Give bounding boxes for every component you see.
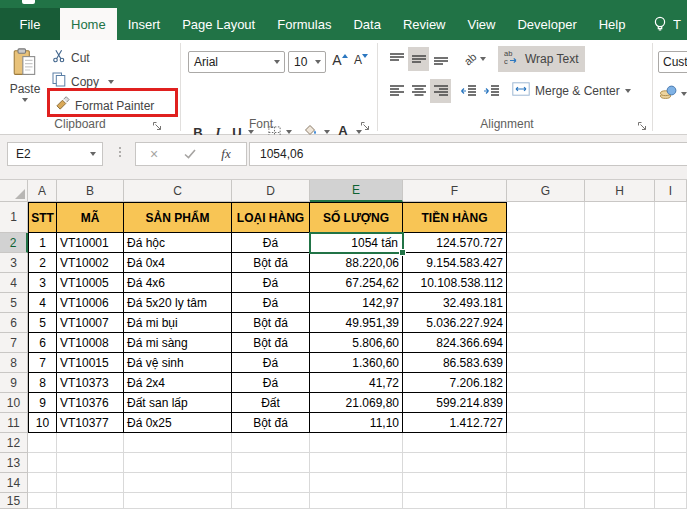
cell-A10[interactable]: 9 xyxy=(28,393,57,413)
cell-B15[interactable] xyxy=(57,493,124,509)
cell-B13[interactable] xyxy=(57,453,124,473)
cell-D13[interactable] xyxy=(232,453,310,473)
formula-input[interactable]: 1054,06 xyxy=(249,142,687,166)
row-header-12[interactable]: 12 xyxy=(0,433,28,453)
cell-D6[interactable]: Bột đá xyxy=(232,313,310,333)
font-dialog-launcher-icon[interactable] xyxy=(360,118,371,129)
cell-H6[interactable] xyxy=(585,313,655,333)
cell-H2[interactable] xyxy=(585,233,655,253)
cell-G4[interactable] xyxy=(507,273,585,293)
cell-A5[interactable]: 4 xyxy=(28,293,57,313)
cell-I3[interactable] xyxy=(655,253,687,273)
tab-page-layout[interactable]: Page Layout xyxy=(171,8,266,40)
cell-B9[interactable]: VT10373 xyxy=(57,373,124,393)
cell-C9[interactable]: Đá 2x4 xyxy=(124,373,232,393)
tab-help[interactable]: Help xyxy=(588,8,637,40)
row-header-6[interactable]: 6 xyxy=(0,313,28,333)
cell-D3[interactable]: Bột đá xyxy=(232,253,310,273)
cell-F3[interactable]: 9.154.583.427 xyxy=(403,253,507,273)
cell-B4[interactable]: VT10005 xyxy=(57,273,124,293)
cell-C5[interactable]: Đá 5x20 ly tâm xyxy=(124,293,232,313)
cell-B2[interactable]: VT10001 xyxy=(57,233,124,253)
cell-A14[interactable] xyxy=(28,473,57,493)
tab-insert[interactable]: Insert xyxy=(117,8,172,40)
cell-E3[interactable]: 88.220,06 xyxy=(310,253,403,273)
cell-I4[interactable] xyxy=(655,273,687,293)
grow-font-button[interactable]: A xyxy=(331,48,349,72)
cell-D2[interactable]: Đá xyxy=(232,233,310,253)
cell-F4[interactable]: 10.108.538.112 xyxy=(403,273,507,293)
cell-H15[interactable] xyxy=(585,493,655,509)
cell-G14[interactable] xyxy=(507,473,585,493)
accounting-format-button[interactable] xyxy=(656,80,680,104)
cell-C4[interactable]: Đá 4x6 xyxy=(124,273,232,293)
font-size-combo[interactable]: 10 xyxy=(288,51,326,73)
cell-C12[interactable] xyxy=(124,433,232,453)
merge-center-button[interactable]: Merge & Center xyxy=(506,78,637,104)
cell-A13[interactable] xyxy=(28,453,57,473)
cell-D5[interactable]: Đá xyxy=(232,293,310,313)
cell-H8[interactable] xyxy=(585,353,655,373)
col-header-I[interactable]: I xyxy=(655,180,687,202)
cell-C8[interactable]: Đá vệ sinh xyxy=(124,353,232,373)
cell-I5[interactable] xyxy=(655,293,687,313)
cell-A6[interactable]: 5 xyxy=(28,313,57,333)
cell-B3[interactable]: VT10002 xyxy=(57,253,124,273)
cell-C13[interactable] xyxy=(124,453,232,473)
cell-H5[interactable] xyxy=(585,293,655,313)
row-header-2[interactable]: 2 xyxy=(0,233,28,253)
cell-E14[interactable] xyxy=(310,473,403,493)
tab-home[interactable]: Home xyxy=(60,8,117,40)
cell-E7[interactable]: 5.806,60 xyxy=(310,333,403,353)
row-header-10[interactable]: 10 xyxy=(0,393,28,413)
cell-G1[interactable] xyxy=(507,202,585,233)
row-header-15[interactable]: 15 xyxy=(0,493,28,509)
font-name-dropdown-arrow[interactable] xyxy=(274,60,280,64)
enter-check-icon[interactable] xyxy=(172,149,208,159)
align-right-button[interactable] xyxy=(430,79,451,103)
middle-align-button[interactable] xyxy=(408,47,429,71)
accounting-dropdown-arrow[interactable] xyxy=(680,82,687,106)
font-size-dropdown-arrow[interactable] xyxy=(315,60,321,64)
cell-A9[interactable]: 8 xyxy=(28,373,57,393)
cell-I6[interactable] xyxy=(655,313,687,333)
col-header-D[interactable]: D xyxy=(232,180,310,202)
cell-H4[interactable] xyxy=(585,273,655,293)
cell-B7[interactable]: VT10008 xyxy=(57,333,124,353)
format-painter-button[interactable]: Format Painter xyxy=(55,96,154,115)
col-header-A[interactable]: A xyxy=(28,180,57,202)
row-header-7[interactable]: 7 xyxy=(0,333,28,353)
cell-C2[interactable]: Đá hộc xyxy=(124,233,232,253)
cell-F5[interactable]: 32.493.181 xyxy=(403,293,507,313)
cell-E6[interactable]: 49.951,39 xyxy=(310,313,403,333)
cell-E11[interactable]: 11,10 xyxy=(310,413,403,433)
cell-G13[interactable] xyxy=(507,453,585,473)
cell-B12[interactable] xyxy=(57,433,124,453)
cell-F10[interactable]: 599.214.839 xyxy=(403,393,507,413)
merge-center-dropdown-arrow[interactable] xyxy=(625,89,631,93)
copy-dropdown-arrow[interactable] xyxy=(108,80,114,84)
top-align-button[interactable] xyxy=(386,47,407,71)
col-header-E[interactable]: E xyxy=(310,180,403,202)
cell-G2[interactable] xyxy=(507,233,585,253)
cell-D7[interactable]: Bột đá xyxy=(232,333,310,353)
cell-B8[interactable]: VT10015 xyxy=(57,353,124,373)
formula-bar-drag-handle[interactable] xyxy=(119,147,121,157)
cell-H9[interactable] xyxy=(585,373,655,393)
tab-file[interactable]: File xyxy=(0,8,60,40)
cell-I14[interactable] xyxy=(655,473,687,493)
cell-D1[interactable]: LOẠI HÀNG xyxy=(232,202,310,233)
cell-A3[interactable]: 2 xyxy=(28,253,57,273)
cell-G15[interactable] xyxy=(507,493,585,509)
cell-F11[interactable]: 1.412.727 xyxy=(403,413,507,433)
cell-A12[interactable] xyxy=(28,433,57,453)
select-all-corner[interactable] xyxy=(0,180,28,202)
cell-I13[interactable] xyxy=(655,453,687,473)
cell-F6[interactable]: 5.036.227.924 xyxy=(403,313,507,333)
cell-C1[interactable]: SẢN PHẨM xyxy=(124,202,232,233)
cell-I12[interactable] xyxy=(655,433,687,453)
cell-D4[interactable]: Đá xyxy=(232,273,310,293)
cell-B10[interactable]: VT10376 xyxy=(57,393,124,413)
copy-button[interactable]: Copy xyxy=(52,72,114,91)
cell-I10[interactable] xyxy=(655,393,687,413)
